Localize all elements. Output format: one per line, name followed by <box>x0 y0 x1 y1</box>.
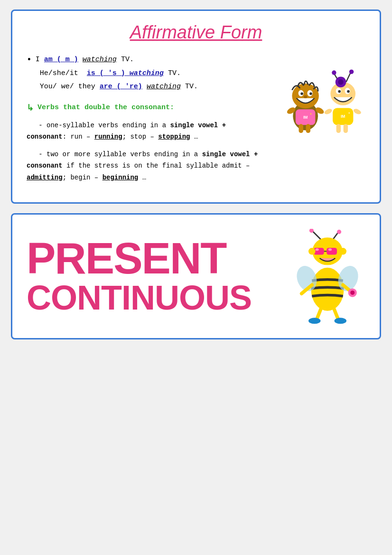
verbs-title-text: Verbs that double the consonant: <box>37 103 174 112</box>
verbs-section: ↳ Verbs that double the consonant: - one… <box>27 103 261 184</box>
svg-point-52 <box>335 318 346 324</box>
svg-point-41 <box>328 248 332 251</box>
svg-rect-31 <box>344 124 348 133</box>
svg-rect-38 <box>327 248 337 255</box>
svg-line-24 <box>346 73 350 82</box>
svg-point-54 <box>350 291 355 295</box>
left-section: • I am ( m ) watching TV. He/she/it is (… <box>27 53 271 189</box>
svg-point-51 <box>308 318 320 324</box>
svg-line-49 <box>317 309 321 320</box>
svg-point-28 <box>324 108 333 115</box>
character-right: IM ✦ <box>324 69 362 133</box>
present-line2: CONTINUOUS <box>27 280 289 316</box>
svg-point-40 <box>316 248 319 251</box>
svg-point-42 <box>308 248 316 255</box>
svg-rect-12 <box>299 124 303 133</box>
top-card: Affirmative Form • I am ( m ) watching T… <box>11 9 381 204</box>
svg-point-21 <box>347 90 350 93</box>
bullet-point: • <box>27 53 32 67</box>
svg-point-35 <box>337 230 341 234</box>
svg-point-43 <box>339 248 346 255</box>
rule2-block: - two or more syllable verbs ending in a… <box>27 149 261 184</box>
svg-text:✦: ✦ <box>310 112 312 116</box>
svg-line-50 <box>334 309 338 320</box>
sentences-block: • I am ( m ) watching TV. He/she/it is (… <box>27 53 261 94</box>
sentence-hesheit: He/she/it is ( 's ) watching TV. <box>36 69 181 77</box>
card-title: Affirmative Form <box>27 22 365 43</box>
present-text: PRESENT CONTINUOUS <box>27 236 289 316</box>
rule1-block: - one-syllable verbs ending in a single … <box>27 120 261 143</box>
sentence-i: I am ( m ) watching TV. <box>36 56 134 64</box>
svg-point-8 <box>309 92 312 95</box>
svg-point-44 <box>311 268 344 311</box>
present-line1: PRESENT <box>27 236 289 280</box>
svg-point-9 <box>304 95 308 98</box>
svg-text:✦: ✦ <box>348 111 351 115</box>
characters-illustration: IM ✦ <box>273 58 363 134</box>
svg-point-7 <box>300 92 303 95</box>
sentence-block: I am ( m ) watching TV. He/she/it is ( '… <box>36 53 198 94</box>
verbs-title: ↳ Verbs that double the consonant: <box>27 103 261 113</box>
svg-rect-30 <box>336 124 341 133</box>
character-left: IM ✦ <box>286 81 325 133</box>
svg-rect-13 <box>306 124 310 133</box>
svg-point-23 <box>332 70 336 75</box>
svg-text:IM: IM <box>341 114 345 119</box>
bottom-card: PRESENT CONTINUOUS <box>11 213 381 339</box>
sentence-you: You/ we/ they are ( 're) watching TV. <box>36 83 198 91</box>
arrow-icon: ↳ <box>27 103 34 113</box>
bee-illustration <box>289 229 365 324</box>
svg-text:IM: IM <box>303 115 308 120</box>
svg-point-25 <box>349 69 354 74</box>
svg-point-27 <box>338 79 343 85</box>
svg-point-29 <box>353 108 362 115</box>
svg-point-20 <box>338 90 341 93</box>
characters-area: IM ✦ <box>271 53 365 134</box>
